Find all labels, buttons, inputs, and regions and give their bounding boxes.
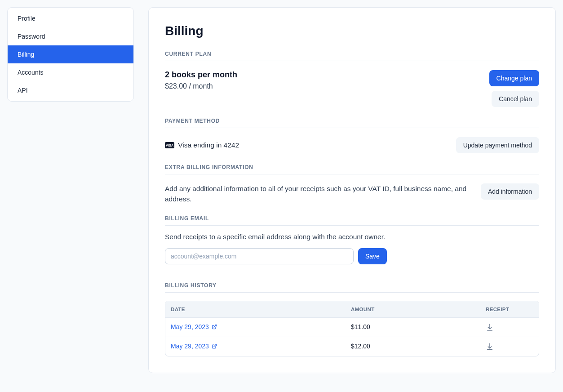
visa-icon: VISA bbox=[165, 142, 174, 148]
billing-history-section: BILLING HISTORY DATE AMOUNT RECEIPT May … bbox=[165, 282, 539, 356]
add-information-button[interactable]: Add information bbox=[481, 183, 539, 200]
billing-history-table: DATE AMOUNT RECEIPT May 29, 2023 $11.00 bbox=[165, 301, 539, 356]
invoice-amount: $11.00 bbox=[346, 318, 480, 337]
download-icon[interactable] bbox=[486, 323, 494, 331]
plan-info: 2 books per month $23.00 / month bbox=[165, 70, 237, 90]
save-email-button[interactable]: Save bbox=[358, 248, 387, 264]
column-header-date: DATE bbox=[165, 301, 346, 317]
invoice-date-link[interactable]: May 29, 2023 bbox=[171, 323, 217, 330]
billing-email-section: BILLING EMAIL Send receipts to a specifi… bbox=[165, 215, 539, 264]
billing-email-input[interactable] bbox=[165, 248, 354, 264]
sidebar-item-api[interactable]: API bbox=[8, 81, 133, 99]
table-row: May 29, 2023 $12.00 bbox=[165, 337, 539, 356]
extra-billing-section: EXTRA BILLING INFORMATION Add any additi… bbox=[165, 164, 539, 205]
table-row: May 29, 2023 $11.00 bbox=[165, 317, 539, 337]
sidebar-item-accounts[interactable]: Accounts bbox=[8, 63, 133, 81]
column-header-receipt: RECEIPT bbox=[480, 301, 539, 317]
current-plan-header: CURRENT PLAN bbox=[165, 51, 539, 61]
current-plan-section: CURRENT PLAN 2 books per month $23.00 / … bbox=[165, 51, 539, 107]
svg-line-2 bbox=[214, 344, 217, 347]
billing-history-header: BILLING HISTORY bbox=[165, 282, 539, 293]
column-header-amount: AMOUNT bbox=[346, 301, 480, 317]
card-text: Visa ending in 4242 bbox=[178, 141, 239, 149]
billing-email-header: BILLING EMAIL bbox=[165, 215, 539, 226]
extra-billing-description: Add any additional information to all of… bbox=[165, 183, 470, 205]
invoice-date-label: May 29, 2023 bbox=[171, 323, 209, 330]
main-content: Billing CURRENT PLAN 2 books per month $… bbox=[148, 7, 556, 373]
page-title: Billing bbox=[165, 24, 539, 38]
external-link-icon bbox=[212, 343, 217, 349]
payment-card-info: VISA Visa ending in 4242 bbox=[165, 141, 239, 149]
sidebar: Profile Password Billing Accounts API bbox=[7, 7, 134, 102]
extra-billing-header: EXTRA BILLING INFORMATION bbox=[165, 164, 539, 174]
sidebar-item-billing[interactable]: Billing bbox=[8, 45, 133, 63]
payment-method-header: PAYMENT METHOD bbox=[165, 118, 539, 128]
invoice-date-link[interactable]: May 29, 2023 bbox=[171, 343, 217, 350]
download-icon[interactable] bbox=[486, 343, 494, 351]
update-payment-button[interactable]: Update payment method bbox=[456, 137, 539, 153]
svg-line-0 bbox=[214, 325, 217, 327]
invoice-date-label: May 29, 2023 bbox=[171, 343, 209, 350]
sidebar-item-profile[interactable]: Profile bbox=[8, 9, 133, 27]
billing-email-description: Send receipts to a specific email addres… bbox=[165, 233, 539, 241]
plan-name: 2 books per month bbox=[165, 70, 237, 80]
external-link-icon bbox=[212, 324, 217, 330]
change-plan-button[interactable]: Change plan bbox=[489, 70, 539, 86]
plan-price: $23.00 / month bbox=[165, 82, 237, 90]
invoice-amount: $12.00 bbox=[346, 337, 480, 356]
payment-method-section: PAYMENT METHOD VISA Visa ending in 4242 … bbox=[165, 118, 539, 153]
sidebar-item-password[interactable]: Password bbox=[8, 27, 133, 45]
table-header-row: DATE AMOUNT RECEIPT bbox=[165, 301, 539, 317]
cancel-plan-button[interactable]: Cancel plan bbox=[492, 91, 539, 107]
plan-actions: Change plan Cancel plan bbox=[489, 70, 539, 107]
